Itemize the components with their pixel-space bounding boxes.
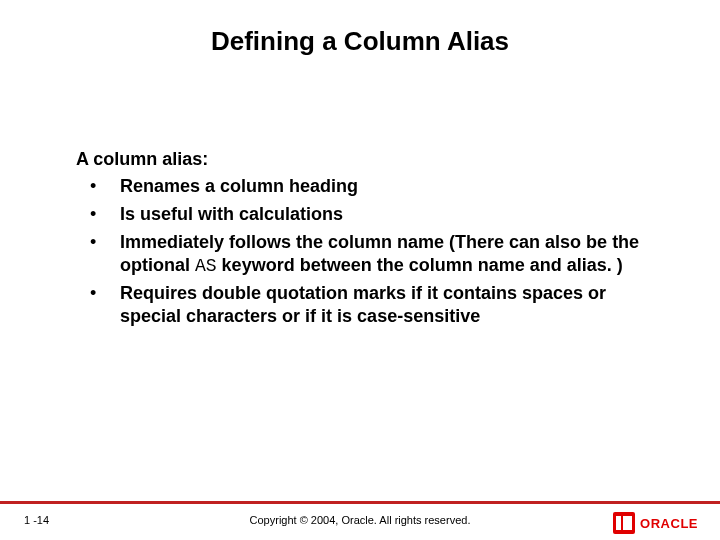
oracle-logo-icon xyxy=(613,512,635,534)
bullet-dot: • xyxy=(76,175,120,199)
list-item: • Renames a column heading xyxy=(76,175,656,199)
bullet-text: Immediately follows the column name (The… xyxy=(120,231,656,278)
list-item: • Immediately follows the column name (T… xyxy=(76,231,656,278)
bullet-pre: Requires double quotation marks if it co… xyxy=(120,283,606,326)
slide: Defining a Column Alias A column alias: … xyxy=(0,0,720,540)
bullet-pre: Is useful with calculations xyxy=(120,204,343,224)
oracle-logo-text: ORACLE xyxy=(640,516,698,531)
lead-text: A column alias: xyxy=(76,148,656,171)
slide-title: Defining a Column Alias xyxy=(0,26,720,57)
bullet-text: Renames a column heading xyxy=(120,175,656,199)
list-item: • Requires double quotation marks if it … xyxy=(76,282,656,329)
copyright-text: Copyright © 2004, Oracle. All rights res… xyxy=(0,514,720,526)
bullet-pre: Renames a column heading xyxy=(120,176,358,196)
bullet-dot: • xyxy=(76,231,120,278)
footer-divider xyxy=(0,501,720,504)
bullet-dot: • xyxy=(76,203,120,227)
list-item: • Is useful with calculations xyxy=(76,203,656,227)
bullet-list: • Renames a column heading • Is useful w… xyxy=(76,175,656,329)
bullet-text: Requires double quotation marks if it co… xyxy=(120,282,656,329)
bullet-code: AS xyxy=(195,256,217,276)
slide-body: A column alias: • Renames a column headi… xyxy=(76,148,656,333)
bullet-post: keyword between the column name and alia… xyxy=(217,255,623,275)
bullet-dot: • xyxy=(76,282,120,329)
bullet-text: Is useful with calculations xyxy=(120,203,656,227)
oracle-logo: ORACLE xyxy=(613,512,698,534)
